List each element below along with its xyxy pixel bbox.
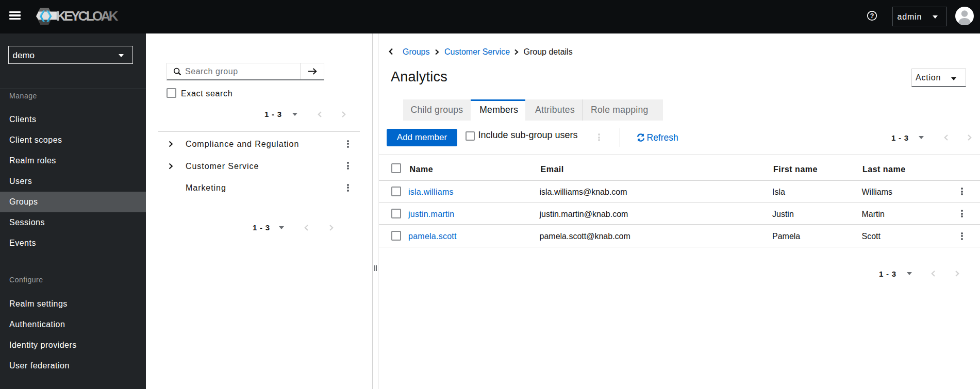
svg-text:?: ? xyxy=(870,12,874,20)
svg-text:KEYCLOAK: KEYCLOAK xyxy=(56,8,119,24)
